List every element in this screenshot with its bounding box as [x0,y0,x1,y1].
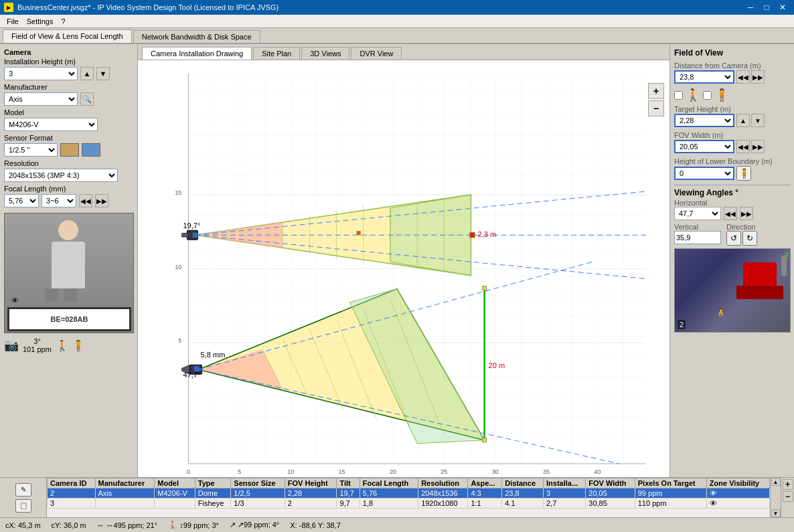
table-row[interactable]: 3 Fisheye 1/3 2 9,7 1,8 1920x1080 1:1 4.… [48,499,770,509]
svg-text:25: 25 [441,468,447,475]
add-camera-button[interactable]: + [783,479,793,490]
rotate-right-button[interactable]: ↻ [742,231,757,246]
table-add-remove: + − [781,478,794,517]
install-height-select[interactable]: 3 [4,67,78,80]
sensor-format-select[interactable]: 1/2.5 " [4,143,58,157]
distance-label: Distance from Camera (m) [674,62,790,70]
main-content: Camera Installation Height (m) 3 ▲ ▼ Man… [0,44,794,477]
horizontal-select[interactable]: 47,7 [674,207,721,220]
menu-settings[interactable]: Settings [23,16,58,27]
td-tilt-2: 9,7 [337,499,360,509]
resolution-select[interactable]: 2048x1536 (3MP 4:3) [4,169,118,182]
manufacturer-search[interactable]: 🔍 [80,92,94,106]
person-status-icon: 🚶 [168,521,177,529]
sub-tab-camera-drawing[interactable]: Camera Installation Drawing [142,47,252,60]
table-scroll: ▲ ▼ [770,478,781,517]
remove-camera-button[interactable]: − [783,491,793,502]
th-distance: Distance [502,478,544,489]
fov-title: Field of View [674,48,790,58]
distance-select[interactable]: 23,8 [674,70,734,84]
distance-right[interactable]: ▶▶ [751,70,765,84]
td-fovw-2: 30,85 [586,499,635,509]
svg-text:5: 5 [238,468,241,475]
camera-preview: BE=028AB 👁 [4,213,134,333]
horiz-left[interactable]: ◀◀ [724,207,737,220]
lower-boundary-select[interactable]: 0 [674,167,734,180]
fov-width-right[interactable]: ▶▶ [751,140,765,153]
direction-label: Direction [726,223,757,231]
th-camera-id: Camera ID [48,478,96,489]
person-icon2: 🧍 [72,339,85,352]
checkbox1[interactable] [674,91,683,100]
marker-yellow-top-right [483,286,487,290]
person-icons-row: 🚶 🧍 [56,339,85,352]
menu-file[interactable]: File [3,16,23,27]
table-header-row: Camera ID Manufacturer Model Type Sensor… [48,478,770,489]
data-table: Camera ID Manufacturer Model Type Sensor… [47,478,770,517]
scroll-down-button[interactable]: ▼ [771,509,781,517]
lower-boundary-icon[interactable]: 🧍 [736,166,751,181]
status-bar: cX: 45,3 m cY: 36,0 m ↔ ↔495 ppm; 21° 🚶 … [0,517,794,532]
person-icon1: 🚶 [56,339,69,352]
plate-text: BE=028AB [51,315,88,323]
table-tool-1[interactable]: ✎ [15,483,31,497]
manufacturer-select[interactable]: Axis [4,92,78,106]
maximize-button[interactable]: □ [759,1,774,13]
checkbox2[interactable] [703,91,712,100]
fov-width-label: FOV Width (m) [674,131,790,139]
tab-network[interactable]: Network Bandwidth & Disk Space [133,30,260,43]
focal-val1-select[interactable]: 5,76 [4,194,39,207]
focal-left[interactable]: ◀◀ [79,194,92,207]
vertical-input[interactable] [674,231,721,244]
sub-tab-dvr[interactable]: DVR View [351,47,402,60]
table-row[interactable]: 2 Axis M4206-V Dome 1/2,5 2,28 19,7 5,76… [48,489,770,499]
th-model: Model [155,478,195,489]
install-height-up[interactable]: ▲ [80,67,94,80]
ppm-degree: 3° [23,337,52,345]
td-asp-2: 1:1 [468,499,502,509]
ppm3-text: ↗99 ppm; 4° [238,521,279,529]
ruler-icon: ↔ [97,521,104,529]
scroll-up-button[interactable]: ▲ [771,478,781,486]
focal-val2-select[interactable]: 3~6 [42,194,76,207]
td-ppm-2: 110 ppm [635,499,706,509]
fov-width-left[interactable]: ◀◀ [736,140,750,153]
menu-help[interactable]: ? [57,16,69,27]
zoom-out-button[interactable]: − [648,100,664,116]
direction-buttons: ↺ ↻ [726,231,757,246]
th-type: Type [195,478,231,489]
drawing-canvas: 15 10 5 0 5 10 15 20 25 30 35 40 [138,60,669,477]
diagonal-icon: ↗ [230,521,236,529]
horiz-right[interactable]: ▶▶ [740,207,753,220]
th-manufacturer: Manufacturer [95,478,155,489]
td-dist-1: 23,8 [502,489,544,499]
target-height-select[interactable]: 2,28 [674,114,734,127]
table-tool-2[interactable]: 📋 [15,499,31,513]
tab-fov[interactable]: Field of View & Lens Focal Length [3,29,132,43]
target-down[interactable]: ▼ [751,114,765,127]
sub-tab-3d[interactable]: 3D Views [301,47,349,60]
sensor-img2 [82,143,100,157]
window-controls: ─ □ ✕ [743,1,790,13]
target-height-label: Target Height (m) [674,105,790,113]
target-up[interactable]: ▲ [736,114,750,127]
status-ppm3: ↗ ↗99 ppm; 4° [230,521,279,529]
fov-width-select[interactable]: 20,05 [674,140,734,153]
td-vis-2: 👁 [706,499,769,509]
model-select[interactable]: M4206-V [4,118,98,131]
rotate-left-button[interactable]: ↺ [726,231,741,246]
zoom-in-button[interactable]: + [648,83,664,99]
distance-arrows: ◀◀ ▶▶ [736,70,765,84]
close-button[interactable]: ✕ [775,1,790,13]
td-focal-1: 5,76 [360,489,418,499]
distance-left[interactable]: ◀◀ [736,70,750,84]
ppm1-text: ↔495 ppm; 21° [106,521,158,529]
install-height-down[interactable]: ▼ [96,67,110,80]
minimize-button[interactable]: ─ [743,1,758,13]
th-fov-width: FOV Width [586,478,635,489]
focal-right[interactable]: ▶▶ [95,194,108,207]
manufacturer-row: Axis 🔍 [4,92,133,106]
status-coords: X: -88,6 Y: 38,7 [290,521,341,529]
status-ppm2: 🚶 ↕99 ppm; 3° [168,521,219,529]
sub-tab-site-plan[interactable]: Site Plan [253,47,300,60]
